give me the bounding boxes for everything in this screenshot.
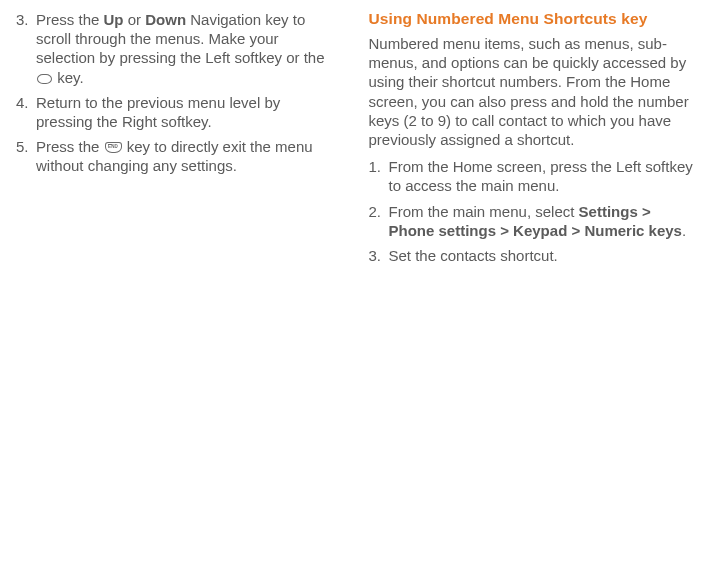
manual-page: Press the Up or Down Navigation key to s… <box>0 0 713 563</box>
section-heading: Using Numbered Menu Shortcuts key <box>369 10 694 28</box>
end-key-icon <box>105 142 122 153</box>
step-item: Return to the previous menu level by pre… <box>16 93 341 131</box>
step-item: Press the key to directly exit the menu … <box>16 137 341 175</box>
step-item: From the Home screen, press the Left sof… <box>369 157 694 195</box>
section-intro: Numbered menu items, such as menus, sub-… <box>369 34 694 149</box>
bold-text: Settings > Phone settings > Keypad > Num… <box>389 203 682 239</box>
right-steps-list: From the Home screen, press the Left sof… <box>369 157 694 265</box>
round-key-icon <box>37 74 52 84</box>
right-column: Using Numbered Menu Shortcuts key Number… <box>355 10 694 553</box>
bold-text: Down <box>145 11 186 28</box>
step-item: From the main menu, select Settings > Ph… <box>369 202 694 240</box>
step-item: Press the Up or Down Navigation key to s… <box>16 10 341 87</box>
bold-text: Up <box>104 11 124 28</box>
step-item: Set the contacts shortcut. <box>369 246 694 265</box>
left-steps-list: Press the Up or Down Navigation key to s… <box>16 10 341 176</box>
left-column: Press the Up or Down Navigation key to s… <box>16 10 355 553</box>
